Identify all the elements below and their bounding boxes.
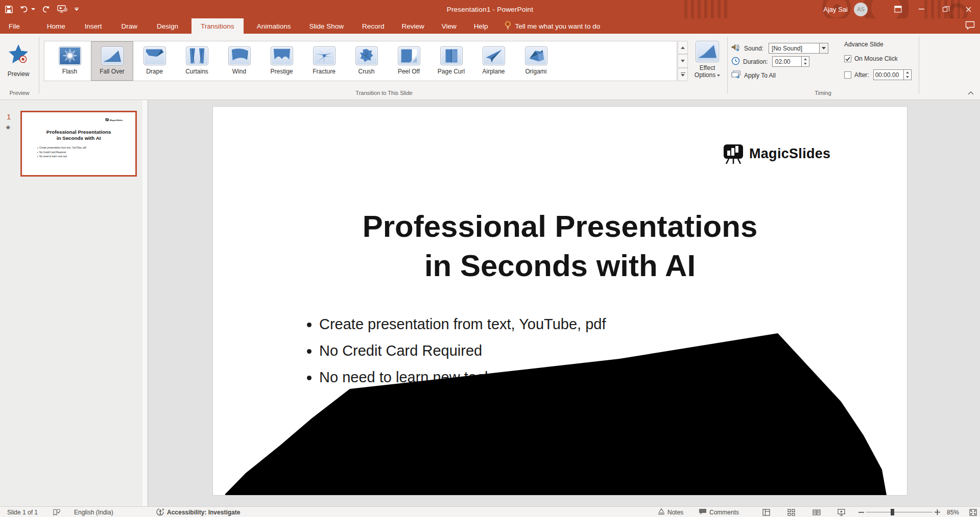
after-spin-up-icon[interactable] xyxy=(904,70,911,75)
preview-button-label: Preview xyxy=(8,70,30,78)
magicslides-logo: MagicSlides xyxy=(105,118,123,122)
duration-clock-icon xyxy=(731,57,740,67)
tab-file[interactable]: File xyxy=(0,18,29,34)
transition-page-curl[interactable]: Page Curl xyxy=(430,41,472,81)
tab-review[interactable]: Review xyxy=(395,18,432,34)
transition-peel-off[interactable]: Peel Off xyxy=(388,41,430,81)
comments-bubble-icon[interactable] xyxy=(965,21,975,31)
comment-icon xyxy=(699,508,707,516)
preview-button[interactable]: Preview xyxy=(3,36,34,87)
lightbulb-icon xyxy=(505,21,511,31)
transition-flash[interactable]: Flash xyxy=(49,41,91,81)
transition-wind[interactable]: Wind xyxy=(218,41,260,81)
apply-to-all-button[interactable]: Apply To All xyxy=(731,70,776,80)
language-indicator[interactable]: English (India) xyxy=(74,507,113,517)
zoom-in-button[interactable] xyxy=(935,507,940,517)
tab-transitions[interactable]: Transitions xyxy=(192,18,244,34)
slide-bullets[interactable]: Create presentation from text, YouTube, … xyxy=(319,311,606,390)
gallery-scroll xyxy=(678,41,688,81)
slide-sorter-view-button[interactable] xyxy=(787,507,795,517)
title-bar: Presentation1 - PowerPoint Ajay Sai AS xyxy=(0,0,980,18)
sound-label: Sound: xyxy=(744,45,763,52)
transition-prestige[interactable]: Prestige xyxy=(260,41,303,81)
duration-input[interactable]: 02.00 xyxy=(772,56,802,67)
tab-animations[interactable]: Animations xyxy=(250,18,298,34)
sound-dropdown-icon[interactable] xyxy=(820,43,828,54)
slide-thumbnail[interactable]: MagicSlides Professional Presentations i… xyxy=(20,111,137,177)
tab-slide-show[interactable]: Slide Show xyxy=(302,18,351,34)
restore-button[interactable] xyxy=(933,0,957,18)
tell-me-box[interactable]: Tell me what you want to do xyxy=(505,18,601,34)
slide-bullets: Create presentation from text, YouTube, … xyxy=(39,145,86,159)
duration-spin-down-icon[interactable] xyxy=(802,62,809,67)
checkbox-checked-icon xyxy=(844,55,851,62)
workspace: 1 ★ MagicSlides Professional Presentatio… xyxy=(0,100,980,506)
accessibility-status[interactable]: Accessibility: Investigate xyxy=(156,507,240,517)
collapse-ribbon-icon[interactable] xyxy=(965,89,976,97)
slide-number: 1 xyxy=(7,112,11,121)
preview-star-icon xyxy=(8,44,29,67)
slide-thumbnail-panel: 1 ★ MagicSlides Professional Presentatio… xyxy=(0,100,148,506)
tab-insert[interactable]: Insert xyxy=(78,18,109,34)
gallery-scroll-up-icon[interactable] xyxy=(678,41,688,54)
airplane-icon xyxy=(483,46,505,65)
slide-title[interactable]: Professional Presentations in Seconds wi… xyxy=(213,207,907,285)
duration-spin-up-icon[interactable] xyxy=(802,57,809,62)
transition-crush[interactable]: Crush xyxy=(345,41,388,81)
after-spin-down-icon[interactable] xyxy=(904,75,911,80)
notes-icon xyxy=(658,508,665,516)
slide-title: Professional Presentations in Seconds wi… xyxy=(22,129,135,141)
close-button[interactable] xyxy=(957,0,980,18)
gallery-more-icon[interactable] xyxy=(678,68,688,81)
reading-view-button[interactable] xyxy=(812,507,821,517)
ribbon-display-options-button[interactable] xyxy=(886,0,910,18)
advance-slide-label: Advance Slide xyxy=(844,41,883,48)
page-curl-icon xyxy=(440,46,463,65)
tab-view[interactable]: View xyxy=(435,18,464,34)
duration-label: Duration: xyxy=(743,58,768,65)
after-checkbox[interactable] xyxy=(844,71,851,79)
account-name[interactable]: Ajay Sai xyxy=(823,6,848,13)
transition-curtains[interactable]: Curtains xyxy=(176,41,218,81)
after-time-input[interactable]: 00:00.00 xyxy=(873,69,904,80)
chevron-down-icon xyxy=(717,75,720,77)
normal-view-button[interactable] xyxy=(762,507,770,517)
tab-draw[interactable]: Draw xyxy=(114,18,145,34)
effect-options-button[interactable]: EffectOptions xyxy=(690,39,724,88)
notes-button[interactable]: Notes xyxy=(658,507,683,517)
prestige-icon xyxy=(271,46,293,65)
slide-indicator[interactable]: Slide 1 of 1 xyxy=(7,507,38,517)
thumbnail-scrollbar[interactable] xyxy=(142,100,147,506)
transition-drape[interactable]: Drape xyxy=(133,41,176,81)
effect-options-icon xyxy=(696,41,719,62)
zoom-out-button[interactable] xyxy=(858,507,864,517)
zoom-slider-handle[interactable] xyxy=(891,509,894,515)
tab-home[interactable]: Home xyxy=(40,18,73,34)
status-bar: Slide 1 of 1 English (India) Accessibili… xyxy=(0,506,980,517)
transition-origami[interactable]: Origami xyxy=(515,41,557,81)
transition-airplane[interactable]: Airplane xyxy=(472,41,515,81)
tab-help[interactable]: Help xyxy=(467,18,495,34)
slide-canvas[interactable]: MagicSlides Professional Presentations i… xyxy=(213,107,907,495)
sound-select[interactable]: [No Sound] xyxy=(769,43,820,54)
fall-over-icon xyxy=(101,46,124,65)
fall-over-transition-shape xyxy=(213,107,907,495)
proofing-icon[interactable] xyxy=(53,507,61,517)
on-mouse-click-checkbox[interactable]: On Mouse Click xyxy=(844,55,898,62)
avatar[interactable]: AS xyxy=(854,3,868,16)
fit-slide-to-window-button[interactable] xyxy=(969,507,977,517)
slide-show-view-button[interactable] xyxy=(838,507,845,517)
peel-off-icon xyxy=(398,46,420,65)
gallery-scroll-down-icon[interactable] xyxy=(678,54,688,67)
tab-design[interactable]: Design xyxy=(150,18,185,34)
transition-fracture[interactable]: Fracture xyxy=(303,41,345,81)
group-label-transition: Transition to This Slide xyxy=(44,90,724,96)
zoom-slider-track[interactable] xyxy=(866,512,933,512)
transition-applied-star-icon[interactable]: ★ xyxy=(5,124,11,131)
minimize-button[interactable] xyxy=(910,0,933,18)
after-label: After: xyxy=(854,71,869,79)
tab-record[interactable]: Record xyxy=(355,18,392,34)
zoom-level[interactable]: 85% xyxy=(947,507,959,517)
transition-fall-over[interactable]: Fall Over xyxy=(91,41,133,81)
comments-button[interactable]: Comments xyxy=(699,507,739,517)
